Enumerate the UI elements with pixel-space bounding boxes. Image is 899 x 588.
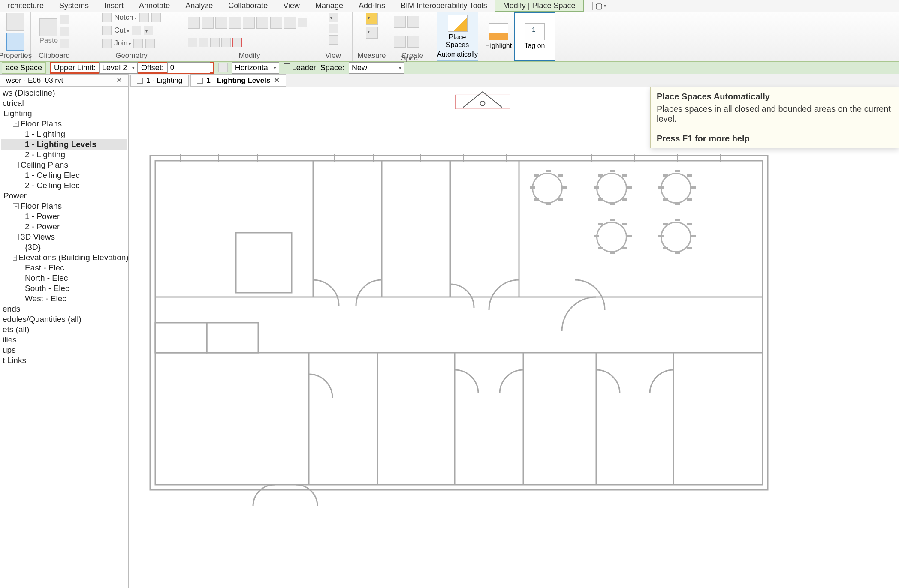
drawing-canvas[interactable]: Place Spaces Automatically Places spaces…: [129, 87, 899, 588]
upper-limit-dropdown[interactable]: Level 2: [99, 62, 138, 74]
node-links[interactable]: t Links: [1, 355, 127, 366]
cope2-icon[interactable]: [151, 13, 161, 22]
offset-input[interactable]: [167, 62, 210, 73]
node-2-ceiling-elec[interactable]: 2 - Ceiling Elec: [1, 180, 127, 191]
modify-tool-icon[interactable]: [6, 13, 24, 31]
menu-manage[interactable]: Manage: [308, 0, 351, 11]
node-families[interactable]: ilies: [1, 335, 127, 345]
array-icon[interactable]: [188, 38, 197, 47]
space-dropdown[interactable]: New: [349, 62, 404, 74]
place-spaces-automatically-button[interactable]: Place Spaces Automatically: [437, 12, 478, 61]
tag-edit-icon[interactable]: [218, 63, 228, 72]
node-groups[interactable]: ups: [1, 345, 127, 355]
collapse-icon[interactable]: −: [13, 255, 17, 261]
pin-icon[interactable]: [210, 38, 220, 47]
tab-1-lighting-levels[interactable]: 1 - Lighting Levels ✕: [190, 74, 286, 87]
node-2-lighting[interactable]: 2 - Lighting: [1, 150, 127, 160]
mirror-draw-icon[interactable]: [229, 17, 241, 29]
rotate-icon[interactable]: [270, 17, 282, 29]
join-geom-icon[interactable]: [102, 39, 112, 48]
view-graphics-icon[interactable]: [329, 13, 338, 22]
create-group-icon[interactable]: [394, 16, 406, 28]
browser-close-icon[interactable]: ✕: [116, 76, 122, 85]
join-geom-button[interactable]: Join: [114, 39, 131, 48]
node-west-elec[interactable]: West - Elec: [1, 294, 127, 304]
minimize-ribbon-button[interactable]: ▢: [592, 2, 609, 10]
tab-1-lighting[interactable]: 1 - Lighting: [130, 75, 189, 87]
paste-icon[interactable]: [39, 18, 57, 36]
copy-clipboard-icon[interactable]: [60, 27, 69, 36]
node-sheets[interactable]: ets (all): [1, 324, 127, 335]
node-lighting[interactable]: Lighting: [1, 108, 127, 119]
cut3-icon[interactable]: [144, 26, 153, 35]
offset-icon[interactable]: [202, 17, 214, 29]
view-reveal-icon[interactable]: [329, 35, 338, 45]
join2-icon[interactable]: [133, 39, 143, 48]
node-floor-plans[interactable]: −Floor Plans: [1, 119, 127, 129]
node-schedules[interactable]: edules/Quantities (all): [1, 314, 127, 324]
move-icon[interactable]: [243, 17, 255, 29]
menu-annotate[interactable]: Annotate: [131, 0, 178, 11]
create-similar-icon[interactable]: [407, 36, 419, 48]
node-3d-views[interactable]: −3D Views: [1, 232, 127, 242]
collapse-icon[interactable]: −: [13, 234, 19, 240]
menu-architecture[interactable]: rchitecture: [0, 0, 51, 11]
align-icon[interactable]: [188, 17, 200, 29]
cope-icon[interactable]: [139, 13, 149, 22]
node-south-elec[interactable]: South - Elec: [1, 283, 127, 294]
properties-icon[interactable]: [6, 33, 24, 51]
menu-modify-place-space[interactable]: Modify | Place Space: [495, 0, 584, 12]
node-floor-plans-power[interactable]: −Floor Plans: [1, 201, 127, 211]
node-north-elec[interactable]: North - Elec: [1, 273, 127, 283]
node-legends[interactable]: ends: [1, 304, 127, 314]
trim-icon[interactable]: [284, 17, 296, 29]
mirror-pick-icon[interactable]: [215, 17, 227, 29]
join3-icon[interactable]: [145, 39, 155, 48]
view-thin-lines-icon[interactable]: [329, 24, 338, 33]
copy-icon[interactable]: [256, 17, 268, 29]
node-1-lighting-levels[interactable]: 1 - Lighting Levels: [1, 139, 127, 150]
highlight-button[interactable]: Highlight: [478, 13, 519, 60]
collapse-icon[interactable]: −: [13, 121, 19, 127]
node-views-discipline[interactable]: ws (Discipline): [1, 88, 127, 98]
measure-tape-icon[interactable]: [366, 13, 378, 25]
node-3d[interactable]: {3D}: [1, 242, 127, 252]
cut-clipboard-icon[interactable]: [60, 15, 69, 24]
leader-checkbox[interactable]: [284, 63, 290, 70]
place-space-mode-button[interactable]: ace Space: [2, 62, 46, 74]
match-type-icon[interactable]: [60, 39, 69, 48]
create-assembly-icon[interactable]: [407, 16, 419, 28]
menu-collaborate[interactable]: Collaborate: [220, 0, 275, 11]
delete-icon[interactable]: [232, 38, 242, 47]
node-1-ceiling-elec[interactable]: 1 - Ceiling Elec: [1, 170, 127, 180]
measure-dim-icon[interactable]: [366, 27, 378, 39]
menu-analyze[interactable]: Analyze: [178, 0, 220, 11]
create-part-icon[interactable]: [394, 36, 406, 48]
collapse-icon[interactable]: −: [13, 203, 19, 209]
cut-geom-icon[interactable]: [102, 26, 112, 35]
node-east-elec[interactable]: East - Elec: [1, 263, 127, 273]
cut2-icon[interactable]: [132, 26, 141, 35]
tag-orientation-dropdown[interactable]: Horizonta: [232, 62, 279, 74]
node-electrical[interactable]: ctrical: [1, 98, 127, 108]
node-power[interactable]: Power: [1, 191, 127, 201]
split-icon[interactable]: [298, 18, 307, 27]
menu-bim-tools[interactable]: BIM Interoperability Tools: [393, 0, 495, 11]
menu-insert[interactable]: Insert: [97, 0, 131, 11]
leader-checkbox-label[interactable]: Leader: [284, 63, 316, 72]
menu-view[interactable]: View: [275, 0, 308, 11]
menu-systems[interactable]: Systems: [51, 0, 97, 11]
tab-close-icon[interactable]: ✕: [274, 76, 280, 85]
node-1-power[interactable]: 1 - Power: [1, 211, 127, 222]
unpin-icon[interactable]: [221, 38, 231, 47]
scale-icon[interactable]: [199, 38, 208, 47]
menu-addins[interactable]: Add-Ins: [351, 0, 393, 11]
node-elevations[interactable]: −Elevations (Building Elevation): [1, 252, 127, 263]
tag-on-button[interactable]: 1 Tag on: [514, 12, 555, 61]
node-ceiling-plans[interactable]: −Ceiling Plans: [1, 160, 127, 170]
node-2-power[interactable]: 2 - Power: [1, 222, 127, 232]
collapse-icon[interactable]: −: [13, 162, 19, 168]
cut-geom-button[interactable]: Cut: [114, 26, 129, 35]
node-1-lighting[interactable]: 1 - Lighting: [1, 129, 127, 139]
notch-button[interactable]: Notch: [114, 13, 136, 22]
